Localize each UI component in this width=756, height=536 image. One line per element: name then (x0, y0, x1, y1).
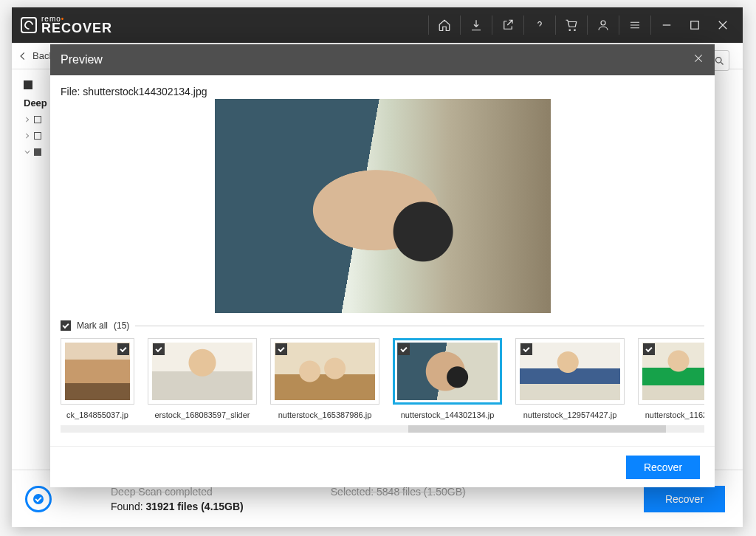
thumb-checkbox[interactable] (275, 343, 287, 355)
thumbnail[interactable]: nutterstock_11622 (638, 338, 704, 419)
thumbnail-strip: ck_184855037.jp erstock_168083597_slider… (61, 335, 704, 421)
thumbnail[interactable]: nutterstock_129574427.jp (515, 338, 625, 419)
thumb-caption: erstock_168083597_slider (148, 410, 257, 419)
user-icon[interactable] (589, 7, 617, 43)
thumbnail-selected[interactable]: nutterstock_144302134.jp (393, 338, 502, 419)
thumb-checkbox[interactable] (153, 343, 165, 355)
logo-icon (21, 17, 37, 33)
help-icon[interactable] (526, 7, 554, 43)
mark-all-count: (15) (114, 320, 129, 331)
titlebar-icons (427, 7, 737, 43)
download-icon[interactable] (462, 7, 490, 43)
app-logo: remo• RECOVER (18, 16, 112, 35)
titlebar: remo• RECOVER (12, 7, 743, 43)
mark-all-checkbox[interactable] (61, 320, 71, 331)
export-icon[interactable] (494, 7, 522, 43)
recover-button-main[interactable]: Recover (644, 486, 725, 512)
brand-main: RECOVER (41, 21, 112, 35)
thumb-checkbox[interactable] (643, 343, 655, 355)
mark-all-row: Mark all (15) (61, 320, 704, 331)
window-maximize-icon[interactable] (681, 7, 709, 43)
thumb-checkbox[interactable] (520, 343, 532, 355)
thumb-caption: nutterstock_129574427.jp (515, 410, 625, 419)
window-minimize-icon[interactable] (653, 7, 681, 43)
svg-point-2 (715, 57, 721, 63)
svg-rect-1 (691, 21, 699, 30)
thumb-caption: ck_184855037.jp (61, 410, 134, 419)
thumbnail[interactable]: ck_184855037.jp (61, 338, 134, 419)
preview-file-label: File: shutterstock144302134.jpg (61, 86, 704, 97)
modal-title: Preview (61, 53, 103, 66)
thumb-checkbox[interactable] (398, 343, 410, 355)
progress-complete-icon (25, 486, 52, 512)
thumbnail[interactable]: nutterstock_165387986.jp (270, 338, 379, 419)
thumbnail-scrollbar[interactable] (61, 425, 704, 433)
cart-icon[interactable] (557, 7, 585, 43)
thumb-caption: nutterstock_165387986.jp (270, 410, 379, 419)
thumb-caption: nutterstock_144302134.jp (393, 410, 502, 419)
mark-all-label: Mark all (77, 320, 108, 331)
modal-footer: Recover (50, 446, 715, 487)
menu-icon[interactable] (621, 7, 649, 43)
home-icon[interactable] (430, 7, 458, 43)
close-icon[interactable] (693, 52, 704, 67)
thumb-caption: nutterstock_11622 (638, 410, 704, 419)
thumb-checkbox[interactable] (117, 343, 129, 355)
preview-image (215, 99, 551, 313)
status-found: Found: 31921 files (4.15GB) (111, 501, 644, 512)
preview-modal: Preview File: shutterstock144302134.jpg … (50, 44, 715, 487)
modal-header: Preview (50, 44, 715, 75)
window-close-icon[interactable] (709, 7, 737, 43)
back-button[interactable]: Back (18, 50, 54, 61)
thumbnail[interactable]: erstock_168083597_slider (148, 338, 257, 419)
recover-button-modal[interactable]: Recover (626, 456, 700, 479)
svg-point-0 (601, 21, 605, 25)
